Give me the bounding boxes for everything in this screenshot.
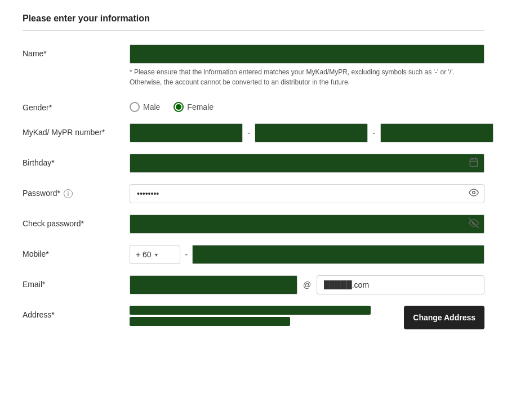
name-control-wrapper: * Please ensure that the information ent… [130,44,484,87]
page-title: Please enter your information [23,14,484,24]
check-password-control-wrapper [130,215,484,234]
gender-options: Male Female [130,99,484,112]
check-password-row: Check password* [23,215,484,234]
radio-female[interactable] [174,102,184,112]
mobile-number-input[interactable] [192,245,484,264]
divider [23,30,484,31]
radio-male[interactable] [130,102,140,112]
calendar-icon[interactable] [469,157,479,169]
check-password-input[interactable] [130,215,484,234]
birthday-label: Birthday* [23,154,130,167]
password-info-icon[interactable]: i [64,189,73,198]
mykad-inputs: - - [130,123,493,142]
chevron-down-icon: ▾ [155,252,158,258]
address-wrapper [130,306,397,326]
password-input-wrapper [130,184,484,203]
mykad-row: MyKad/ MyPR number* - - [23,123,484,142]
change-address-button[interactable]: Change Address [404,306,484,329]
email-inputs: @ [130,275,484,294]
address-label: Address* [23,306,130,319]
email-local-input[interactable] [130,275,297,294]
mykad-part2-input[interactable] [255,123,368,142]
gender-label: Gender* [23,99,130,112]
page-container: Please enter your information Name* * Pl… [0,0,507,420]
email-label: Email* [23,275,130,289]
birthday-input[interactable] [130,154,484,173]
mykad-label: MyKad/ MyPR number* [23,123,130,137]
name-row: Name* * Please ensure that the informati… [23,44,484,87]
mobile-inputs: + 60 ▾ - [130,245,484,264]
gender-male-label: Male [143,102,160,111]
mykad-sep1: - [246,128,251,138]
mykad-part3-input[interactable] [380,123,493,142]
mobile-control-wrapper: + 60 ▾ - [130,245,484,264]
gender-control-wrapper: Male Female [130,99,484,112]
password-row: Password* i [23,184,484,203]
gender-female-option[interactable]: Female [174,102,214,112]
password-input[interactable] [130,184,484,203]
eye-icon[interactable] [469,187,479,200]
name-input[interactable] [130,44,484,64]
address-line-1 [130,306,371,315]
email-control-wrapper: @ [130,275,484,294]
mobile-sep: - [184,249,189,260]
address-line-2 [130,317,290,326]
name-label: Name* [23,44,130,58]
email-row: Email* @ [23,275,484,294]
gender-female-label: Female [187,102,214,111]
svg-rect-0 [470,159,478,167]
country-code-value: + 60 [136,250,152,259]
gender-row: Gender* Male Female [23,99,484,112]
country-code-select[interactable]: + 60 ▾ [130,245,180,264]
password-control-wrapper [130,184,484,203]
at-symbol: @ [301,280,313,289]
mykad-control-wrapper: - - [130,123,493,142]
radio-female-inner [176,104,181,110]
mobile-row: Mobile* + 60 ▾ - [23,245,484,264]
birthday-control-wrapper [130,154,484,173]
gender-male-option[interactable]: Male [130,102,160,112]
mykad-sep2: - [371,128,376,138]
mykad-part1-input[interactable] [130,123,243,142]
check-password-input-wrapper [130,215,484,234]
email-domain-input[interactable] [317,275,484,294]
birthday-row: Birthday* [23,154,484,173]
check-password-label: Check password* [23,215,130,228]
svg-point-4 [473,191,475,194]
name-hint: * Please ensure that the information ent… [130,67,484,87]
mobile-label: Mobile* [23,245,130,258]
eye-off-icon[interactable] [469,218,479,231]
address-row: Address* Change Address [23,306,484,329]
password-label: Password* i [23,184,130,198]
birthday-input-wrapper [130,154,484,173]
